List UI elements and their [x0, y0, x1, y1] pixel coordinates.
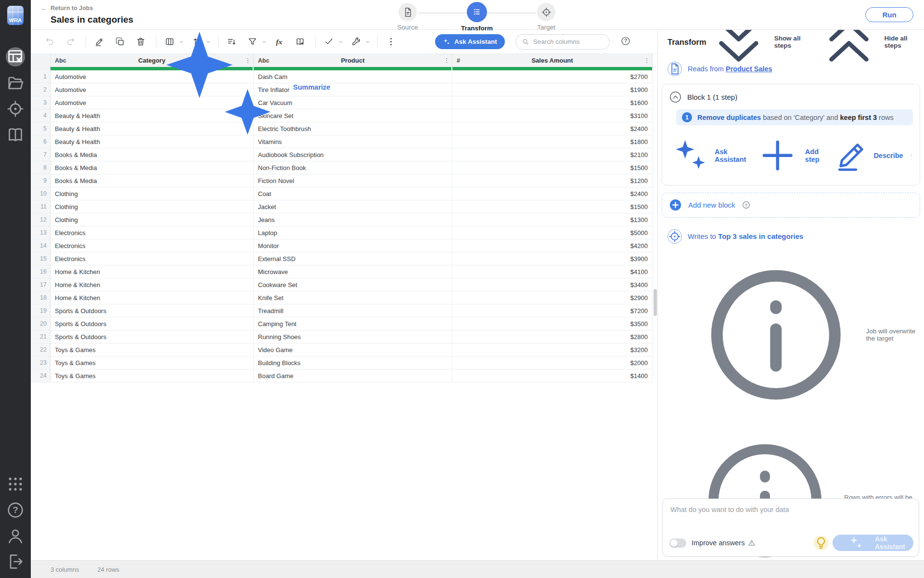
undo-button[interactable]	[42, 35, 57, 49]
cell[interactable]: $7200	[452, 304, 653, 317]
cell[interactable]: Jeans	[254, 213, 452, 226]
describe-button[interactable]: Describe	[834, 137, 903, 173]
column-menu-icon[interactable]	[443, 57, 450, 64]
sidebar-item-targets[interactable]	[6, 99, 25, 118]
cell[interactable]: $4200	[452, 239, 653, 252]
cell[interactable]: Fiction Novel	[254, 174, 452, 187]
cell[interactable]: Electronics	[51, 226, 254, 239]
cell[interactable]: Clothing	[51, 213, 254, 226]
column-menu-icon[interactable]	[643, 57, 650, 64]
step-source[interactable]: Source	[386, 0, 429, 31]
collapse-block-button[interactable]	[669, 91, 682, 104]
cell[interactable]: $2400	[452, 122, 653, 135]
cell[interactable]: $1500	[452, 200, 653, 213]
more-button[interactable]	[384, 35, 398, 49]
cell[interactable]: $2100	[452, 148, 653, 161]
cell[interactable]: Toys & Games	[51, 356, 254, 369]
cell[interactable]: Clothing	[51, 187, 254, 200]
column-header-sales-amount[interactable]: #Sales Amount	[452, 54, 653, 67]
edit-button[interactable]	[92, 35, 106, 49]
cell[interactable]: Electronics	[51, 252, 254, 265]
cell[interactable]: External SSD	[254, 252, 452, 265]
search-columns-input[interactable]	[533, 38, 601, 45]
cell[interactable]: $2700	[452, 70, 653, 83]
cell[interactable]: Home & Kitchen	[51, 291, 254, 304]
cell[interactable]: Non-Fiction Book	[254, 161, 452, 174]
cell[interactable]: Home & Kitchen	[51, 278, 254, 291]
target-link[interactable]: Top 3 sales in categories	[718, 232, 803, 240]
chevron-down-icon[interactable]	[365, 39, 371, 45]
cell[interactable]: Camping Tent	[254, 317, 452, 330]
cell[interactable]: Treadmill	[254, 304, 452, 317]
cell[interactable]: $1900	[452, 83, 653, 96]
chat-ask-assistant-button[interactable]: Ask Assistant	[833, 535, 913, 551]
cell[interactable]: Board Game	[254, 369, 452, 382]
improve-answers-toggle[interactable]	[669, 539, 686, 548]
ask-assistant-button[interactable]: Ask Assistant	[435, 34, 505, 49]
vertical-scrollbar[interactable]	[654, 289, 657, 316]
cell[interactable]: $3500	[452, 317, 653, 330]
cell[interactable]: Home & Kitchen	[51, 265, 254, 278]
block-more-menu[interactable]	[910, 151, 913, 160]
sidebar-item-apps[interactable]	[6, 474, 25, 494]
copy-button[interactable]	[113, 35, 127, 49]
cell[interactable]: Knife Set	[254, 291, 452, 304]
step-target[interactable]: Target	[525, 0, 568, 31]
add-step-button[interactable]: Add step	[755, 132, 824, 179]
cell[interactable]: Jacket	[254, 200, 452, 213]
cell[interactable]: $1400	[452, 369, 653, 382]
cell[interactable]: $3900	[452, 252, 653, 265]
sidebar-item-help[interactable]: ?	[6, 500, 25, 520]
chevron-down-icon[interactable]	[338, 39, 344, 45]
sidebar-item-library[interactable]	[6, 125, 25, 144]
summarize-button[interactable]: Summarize	[145, 15, 330, 159]
run-button[interactable]: Run	[865, 7, 913, 22]
app-logo[interactable]: WRA	[7, 6, 24, 25]
cell[interactable]: $2800	[452, 330, 653, 343]
cell[interactable]: Toys & Games	[51, 343, 254, 356]
step-transform[interactable]: Transform	[455, 0, 499, 32]
sidebar-item-projects[interactable]	[6, 74, 25, 93]
cell[interactable]: Electronics	[51, 239, 254, 252]
cell[interactable]: Coat	[254, 187, 452, 200]
cell[interactable]: $1800	[452, 135, 653, 148]
block-ask-assistant-button[interactable]: Ask Assistant	[670, 135, 746, 176]
cell[interactable]: Laptop	[254, 226, 452, 239]
cell[interactable]: $2900	[452, 291, 653, 304]
block-step[interactable]: 1 Remove duplicates based on 'Category' …	[676, 109, 913, 125]
cell[interactable]: $2400	[452, 187, 653, 200]
cell[interactable]: $5000	[452, 226, 653, 239]
cell[interactable]: Books & Media	[51, 161, 254, 174]
search-columns-box[interactable]	[515, 34, 610, 50]
cell[interactable]: Building Blocks	[254, 356, 452, 369]
cell[interactable]: $1600	[452, 96, 653, 109]
sidebar-item-signout[interactable]	[6, 552, 25, 571]
cell[interactable]: Toys & Games	[51, 369, 254, 382]
suggestions-bulb-button[interactable]	[814, 536, 828, 550]
sidebar-item-profile[interactable]	[6, 526, 25, 546]
cell[interactable]: $3400	[452, 278, 653, 291]
help-circle-icon[interactable]: ?	[742, 200, 751, 210]
sidebar-item-transform[interactable]	[6, 47, 25, 66]
cell[interactable]: $1300	[452, 213, 653, 226]
cell[interactable]: $1500	[452, 161, 653, 174]
source-link[interactable]: Product Sales	[726, 65, 772, 73]
cell[interactable]: $3200	[452, 343, 653, 356]
cell[interactable]: Books & Media	[51, 174, 254, 187]
help-button[interactable]: ?	[620, 36, 633, 48]
cell[interactable]: $4100	[452, 265, 653, 278]
cell[interactable]: Clothing	[51, 200, 254, 213]
add-new-block-button[interactable]: Add new block ?	[662, 193, 920, 218]
cell[interactable]: Sports & Outdoors	[51, 330, 254, 343]
cell[interactable]: $1200	[452, 174, 653, 187]
cell[interactable]: Sports & Outdoors	[51, 304, 254, 317]
cell[interactable]: Microwave	[254, 265, 452, 278]
cell[interactable]: Running Shoes	[254, 330, 452, 343]
chat-input[interactable]: What do you want to do with your data	[670, 506, 789, 513]
cell[interactable]: Cookware Set	[254, 278, 452, 291]
cell[interactable]: $3100	[452, 109, 653, 122]
tools-button[interactable]	[348, 35, 363, 49]
cell[interactable]: $2000	[452, 356, 653, 369]
cell[interactable]: Monitor	[254, 239, 452, 252]
cell[interactable]: Sports & Outdoors	[51, 317, 254, 330]
